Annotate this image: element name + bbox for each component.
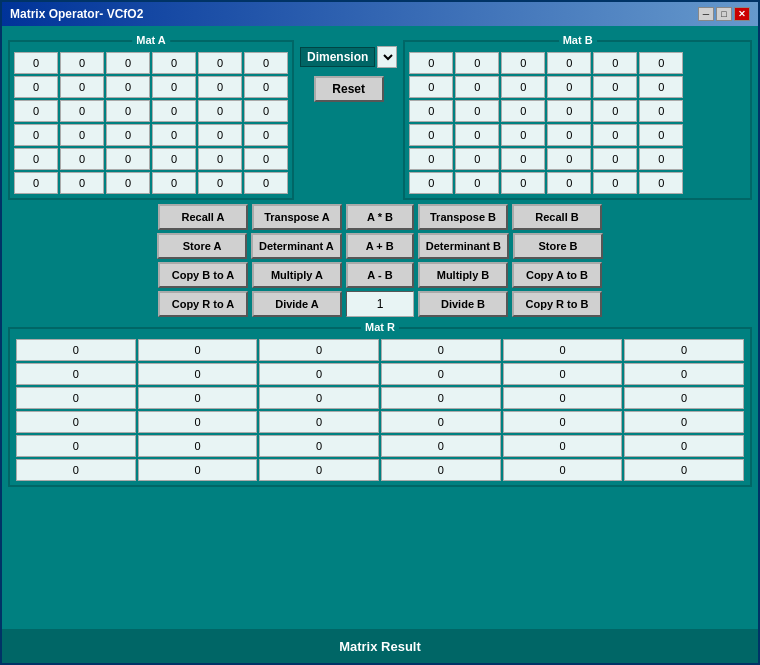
copy-b-to-a-button[interactable]: Copy B to A [158,262,248,288]
mat-r-cell-1-5[interactable] [624,363,744,385]
mat-r-cell-2-2[interactable] [259,387,379,409]
mat-a-cell-4-4[interactable] [198,148,242,170]
mat-b-cell-4-3[interactable] [547,148,591,170]
mat-a-cell-5-4[interactable] [198,172,242,194]
mat-a-cell-3-5[interactable] [244,124,288,146]
mat-a-cell-1-1[interactable] [60,76,104,98]
mat-a-cell-0-2[interactable] [106,52,150,74]
mat-b-cell-2-4[interactable] [593,100,637,122]
mat-r-cell-3-0[interactable] [16,411,136,433]
determinant-a-button[interactable]: Determinant A [251,233,342,259]
mat-a-cell-0-0[interactable] [14,52,58,74]
mat-r-cell-1-0[interactable] [16,363,136,385]
transpose-b-button[interactable]: Transpose B [418,204,508,230]
mat-a-cell-4-5[interactable] [244,148,288,170]
mat-b-cell-0-2[interactable] [501,52,545,74]
mat-a-cell-2-5[interactable] [244,100,288,122]
mat-r-cell-3-3[interactable] [381,411,501,433]
mat-r-cell-1-3[interactable] [381,363,501,385]
scalar-input[interactable] [346,291,414,317]
mat-a-cell-5-5[interactable] [244,172,288,194]
mat-a-cell-1-2[interactable] [106,76,150,98]
mat-a-cell-3-4[interactable] [198,124,242,146]
mat-a-cell-1-5[interactable] [244,76,288,98]
close-button[interactable]: ✕ [734,7,750,21]
mat-a-cell-5-3[interactable] [152,172,196,194]
mat-r-cell-4-5[interactable] [624,435,744,457]
mat-b-cell-2-0[interactable] [409,100,453,122]
mat-b-cell-3-5[interactable] [639,124,683,146]
mat-r-cell-3-4[interactable] [503,411,623,433]
reset-button[interactable]: Reset [314,76,384,102]
mat-b-cell-4-4[interactable] [593,148,637,170]
mat-r-cell-5-0[interactable] [16,459,136,481]
mat-b-cell-4-5[interactable] [639,148,683,170]
mat-b-cell-5-4[interactable] [593,172,637,194]
a-minus-b-button[interactable]: A - B [346,262,414,288]
mat-r-cell-4-0[interactable] [16,435,136,457]
mat-b-cell-4-0[interactable] [409,148,453,170]
mat-b-cell-5-0[interactable] [409,172,453,194]
mat-r-cell-1-1[interactable] [138,363,258,385]
mat-a-cell-2-1[interactable] [60,100,104,122]
mat-a-cell-2-3[interactable] [152,100,196,122]
mat-r-cell-2-5[interactable] [624,387,744,409]
multiply-b-button[interactable]: Multiply B [418,262,508,288]
mat-r-cell-4-2[interactable] [259,435,379,457]
mat-a-cell-2-4[interactable] [198,100,242,122]
mat-b-cell-0-4[interactable] [593,52,637,74]
mat-a-cell-0-4[interactable] [198,52,242,74]
mat-a-cell-3-3[interactable] [152,124,196,146]
transpose-a-button[interactable]: Transpose A [252,204,342,230]
mat-b-cell-1-5[interactable] [639,76,683,98]
multiply-a-button[interactable]: Multiply A [252,262,342,288]
store-b-button[interactable]: Store B [513,233,603,259]
mat-r-cell-2-1[interactable] [138,387,258,409]
mat-b-cell-1-3[interactable] [547,76,591,98]
copy-r-to-b-button[interactable]: Copy R to B [512,291,602,317]
mat-b-cell-3-3[interactable] [547,124,591,146]
a-times-b-button[interactable]: A * B [346,204,414,230]
mat-a-cell-4-0[interactable] [14,148,58,170]
mat-r-cell-3-1[interactable] [138,411,258,433]
mat-a-cell-3-1[interactable] [60,124,104,146]
mat-a-cell-3-0[interactable] [14,124,58,146]
divide-a-button[interactable]: Divide A [252,291,342,317]
mat-a-cell-0-3[interactable] [152,52,196,74]
a-plus-b-button[interactable]: A + B [346,233,414,259]
mat-b-cell-1-4[interactable] [593,76,637,98]
mat-b-cell-2-2[interactable] [501,100,545,122]
copy-r-to-a-button[interactable]: Copy R to A [158,291,248,317]
mat-b-cell-0-5[interactable] [639,52,683,74]
mat-a-cell-2-0[interactable] [14,100,58,122]
recall-b-button[interactable]: Recall B [512,204,602,230]
mat-r-cell-0-3[interactable] [381,339,501,361]
mat-a-cell-1-0[interactable] [14,76,58,98]
mat-a-cell-5-0[interactable] [14,172,58,194]
mat-r-cell-5-3[interactable] [381,459,501,481]
recall-a-button[interactable]: Recall A [158,204,248,230]
mat-r-cell-4-4[interactable] [503,435,623,457]
mat-b-cell-3-2[interactable] [501,124,545,146]
mat-b-cell-0-0[interactable] [409,52,453,74]
mat-r-cell-2-3[interactable] [381,387,501,409]
mat-r-cell-4-1[interactable] [138,435,258,457]
mat-r-cell-5-5[interactable] [624,459,744,481]
mat-a-cell-3-2[interactable] [106,124,150,146]
mat-a-cell-5-1[interactable] [60,172,104,194]
mat-b-cell-0-3[interactable] [547,52,591,74]
dimension-select[interactable]: 65432 [377,46,397,68]
mat-b-cell-3-4[interactable] [593,124,637,146]
mat-a-cell-2-2[interactable] [106,100,150,122]
mat-r-cell-5-1[interactable] [138,459,258,481]
mat-b-cell-4-2[interactable] [501,148,545,170]
minimize-button[interactable]: ─ [698,7,714,21]
mat-b-cell-3-0[interactable] [409,124,453,146]
mat-b-cell-5-5[interactable] [639,172,683,194]
mat-a-cell-0-5[interactable] [244,52,288,74]
mat-r-cell-2-0[interactable] [16,387,136,409]
mat-b-cell-5-1[interactable] [455,172,499,194]
mat-b-cell-1-2[interactable] [501,76,545,98]
mat-r-cell-5-2[interactable] [259,459,379,481]
mat-r-cell-0-5[interactable] [624,339,744,361]
